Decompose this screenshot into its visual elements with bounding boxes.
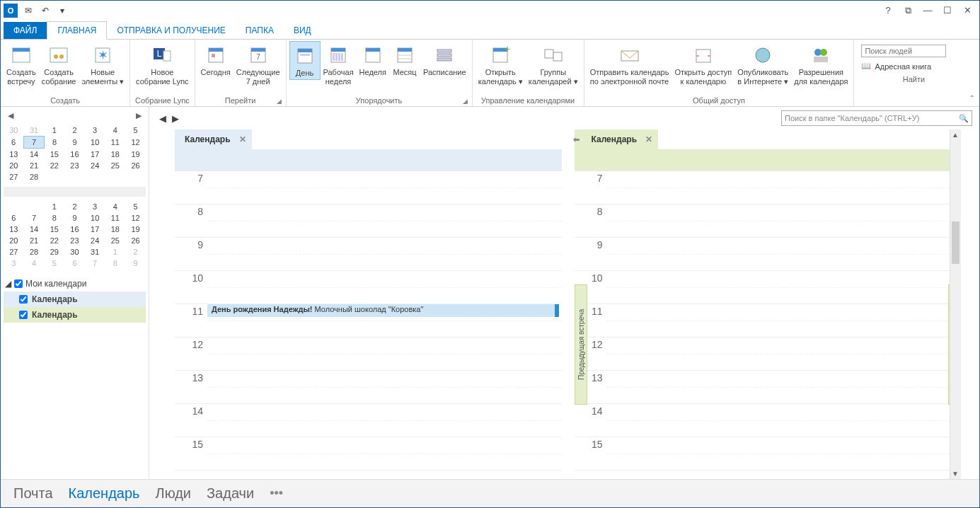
time-slot[interactable] — [207, 371, 562, 404]
pane-tab-green[interactable]: ⬅ Календарь ✕ — [575, 129, 659, 149]
minical-day[interactable]: 16 — [64, 224, 85, 235]
minical-day[interactable]: 8 — [44, 212, 64, 224]
time-slot[interactable]: День рождения Надежды! Молочный шоколад … — [207, 304, 562, 337]
qat-dropdown-icon[interactable]: ▾ — [54, 3, 70, 18]
minical-day[interactable]: 3 — [85, 125, 105, 137]
minical-day[interactable]: 1 — [44, 201, 64, 212]
minical-day[interactable] — [4, 201, 24, 212]
scroll-thumb[interactable] — [952, 221, 959, 264]
minical-day[interactable]: 16 — [64, 149, 85, 161]
prev-day-icon[interactable]: ◀ — [156, 112, 169, 125]
minical-day[interactable]: 8 — [44, 137, 64, 149]
send-receive-icon[interactable]: ✉ — [21, 3, 36, 18]
nav-more-icon[interactable]: ••• — [270, 486, 283, 501]
minical-day[interactable]: 27 — [4, 171, 24, 183]
day-view-button[interactable]: День — [289, 41, 321, 80]
find-people-input[interactable] — [861, 45, 946, 57]
time-slot[interactable] — [207, 437, 562, 471]
minical-day[interactable]: 20 — [4, 235, 24, 246]
time-slot[interactable] — [207, 171, 562, 204]
minical-day[interactable]: 23 — [64, 235, 85, 246]
minical-day[interactable]: 23 — [64, 160, 85, 171]
work-week-button[interactable]: Рабочая неделя — [321, 41, 357, 87]
time-slot[interactable] — [607, 271, 962, 304]
minical-day[interactable]: 17 — [85, 149, 105, 161]
calendar-item-green[interactable]: Календарь — [4, 307, 146, 323]
previous-appointment-handle[interactable]: Предыдущая встреча — [575, 284, 587, 405]
minical-day[interactable]: 14 — [24, 224, 45, 235]
minical-day[interactable]: 30 — [4, 125, 24, 137]
tab-view[interactable]: ВИД — [284, 22, 321, 39]
time-slot[interactable] — [607, 304, 962, 337]
minical-day[interactable]: 13 — [4, 149, 24, 161]
time-slot[interactable] — [207, 404, 562, 437]
time-slot[interactable] — [207, 238, 562, 271]
minical-day[interactable]: 24 — [85, 235, 105, 246]
collapse-ribbon-icon[interactable]: ˆ — [971, 94, 974, 105]
minical-day[interactable]: 4 — [105, 125, 126, 137]
close-pane-icon[interactable]: ✕ — [645, 134, 652, 144]
week-button[interactable]: Неделя — [357, 41, 389, 79]
minical-day[interactable] — [125, 171, 146, 183]
share-calendar-button[interactable]: Открыть доступ к календарю — [671, 41, 734, 87]
minical-day[interactable] — [44, 171, 64, 183]
minical-day[interactable]: 28 — [24, 171, 45, 183]
pane-tab-blue[interactable]: Календарь ✕ — [175, 129, 252, 149]
minical-day[interactable]: 14 — [24, 149, 45, 161]
minical-day[interactable]: 10 — [85, 137, 105, 149]
new-lync-meeting-button[interactable]: L Новое собрание Lync — [133, 41, 192, 87]
minical-day[interactable]: 21 — [24, 235, 45, 246]
minical-day[interactable]: 11 — [105, 212, 126, 224]
calendar-checkbox[interactable] — [19, 295, 28, 304]
minical-day[interactable]: 1 — [105, 246, 126, 258]
schedule-view-button[interactable]: Расписание — [420, 41, 469, 79]
calendar-checkbox[interactable] — [19, 311, 28, 319]
calendar-groups-button[interactable]: Группы календарей ▾ — [526, 41, 581, 87]
email-calendar-button[interactable]: Отправить календарь по электронной почте — [587, 41, 672, 87]
minical-day[interactable]: 20 — [4, 160, 24, 171]
minical-day[interactable]: 4 — [105, 201, 126, 212]
minical-day[interactable]: 6 — [4, 137, 24, 149]
new-meeting-button[interactable]: Создать собрание — [39, 41, 79, 87]
time-slot[interactable] — [207, 337, 562, 371]
tab-home[interactable]: ГЛАВНАЯ — [47, 21, 107, 40]
minical-day[interactable]: 7 — [24, 137, 45, 149]
minical-day[interactable]: 24 — [85, 160, 105, 171]
minical-day[interactable]: 4 — [24, 258, 45, 269]
minical-day[interactable]: 11 — [105, 137, 126, 149]
minical-day[interactable]: 12 — [125, 212, 146, 224]
mini-calendar-2[interactable]: 1234567891011121314151617181920212223242… — [4, 201, 146, 269]
minical-day[interactable]: 22 — [44, 160, 64, 171]
nav-tasks[interactable]: Задачи — [207, 485, 254, 502]
minical-day[interactable]: 18 — [105, 149, 126, 161]
scroll-down-icon[interactable]: ▼ — [952, 470, 959, 478]
help-icon[interactable]: ? — [879, 3, 897, 18]
close-button[interactable]: ✕ — [958, 3, 976, 18]
minical-day[interactable]: 21 — [24, 160, 45, 171]
minical-day[interactable]: 30 — [64, 246, 85, 258]
minical-day[interactable]: 2 — [125, 246, 146, 258]
minical-day[interactable]: 26 — [125, 235, 146, 246]
address-book-button[interactable]: 📖Адресная книга — [861, 62, 966, 71]
minical-day[interactable]: 10 — [85, 212, 105, 224]
next-month-icon[interactable]: ▶ — [136, 111, 142, 120]
appointment[interactable]: День рождения Надежды! Молочный шоколад … — [207, 304, 559, 317]
my-calendars-checkbox[interactable] — [14, 279, 23, 288]
minical-day[interactable]: 25 — [105, 235, 126, 246]
minical-day[interactable]: 19 — [125, 149, 146, 161]
minimize-button[interactable]: — — [918, 3, 937, 18]
minical-day[interactable] — [105, 171, 126, 183]
minical-day[interactable] — [24, 201, 45, 212]
minical-day[interactable]: 31 — [85, 246, 105, 258]
my-calendars-header[interactable]: ◢ Мои календари — [4, 276, 146, 291]
month-button[interactable]: Месяц — [389, 41, 420, 79]
maximize-button[interactable]: ☐ — [938, 3, 957, 18]
time-slot[interactable] — [607, 204, 962, 238]
time-slot[interactable] — [607, 437, 962, 471]
time-slot[interactable] — [607, 337, 962, 371]
minical-day[interactable] — [85, 171, 105, 183]
minical-day[interactable]: 19 — [125, 224, 146, 235]
minical-day[interactable]: 31 — [24, 125, 45, 137]
time-slot[interactable] — [607, 171, 962, 204]
minical-day[interactable]: 22 — [44, 235, 64, 246]
